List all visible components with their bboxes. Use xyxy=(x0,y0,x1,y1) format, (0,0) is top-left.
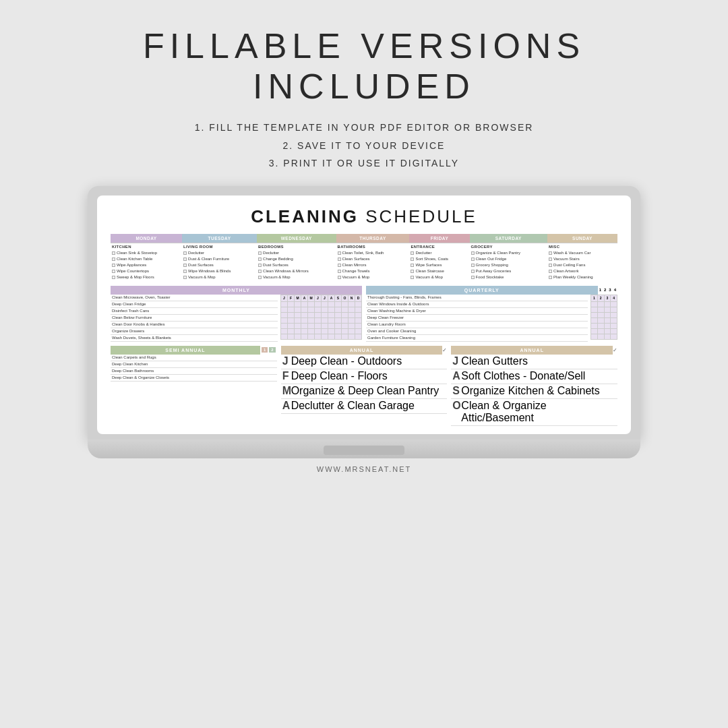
task-tue-3: Dust Surfaces xyxy=(182,262,257,268)
monthly-item-2: Disinfect Trash Cans xyxy=(111,308,278,315)
task-thu-4: Change Towels xyxy=(336,268,410,274)
th-monday: MONDAY xyxy=(111,234,182,243)
task-sun-2: Vacuum Stairs xyxy=(547,256,617,262)
laptop-trackpad xyxy=(324,446,404,455)
monthly-grid-table: JFMAMJ JASOND xyxy=(280,295,362,340)
q-num-3: 3 xyxy=(609,288,611,292)
step-2: 2. SAVE IT TO YOUR DEVICE xyxy=(27,137,701,155)
monthly-item-3: Clean Below Furniture xyxy=(111,315,278,322)
monthly-content: Clean Microwave, Oven, Toaster Deep Clea… xyxy=(111,295,362,342)
quarterly-item-6: Garden Furniture Cleaning xyxy=(366,335,588,342)
quarterly-items: Thorough Dusting - Fans, Blinds, Frames … xyxy=(366,295,588,342)
title-bold: CLEANING xyxy=(251,206,359,226)
quarterly-grid: 1234 xyxy=(590,295,617,342)
th-sunday: SUNDAY xyxy=(547,234,617,243)
annual-left-check: ✓ xyxy=(442,347,447,353)
semi-annual-header-row: SEMI ANNUAL 1 2 xyxy=(111,346,277,355)
task-fri-1: Declutter xyxy=(409,250,469,256)
quarterly-item-5: Oven and Cooker Cleaning xyxy=(366,328,588,335)
annual-left-row-3: A Declutter & Clean Garage xyxy=(281,399,448,414)
step-1: 1. FILL THE TEMPLATE IN YOUR PDF EDITOR … xyxy=(27,119,701,137)
monthly-header: MONTHLY xyxy=(111,286,362,295)
laptop-base xyxy=(88,439,640,458)
task-wed-2: Change Bedding xyxy=(257,256,336,262)
quarterly-content: Thorough Dusting - Fans, Blinds, Frames … xyxy=(366,295,617,342)
title-light: SCHEDULE xyxy=(359,206,477,226)
annual-right-header: ANNUAL xyxy=(451,346,613,355)
cat-grocery: GROCERY xyxy=(470,243,548,250)
task-tue-2: Dust & Clean Furniture xyxy=(182,256,257,262)
annual-right-header-row: ANNUAL ✓ xyxy=(451,346,617,355)
laptop-wrapper: CLEANING SCHEDULE MONDAY TUESDAY WEDNESD… xyxy=(88,186,640,458)
task-thu-1: Clean Toilet, Sink, Bath xyxy=(336,250,410,256)
monthly-item-4: Clean Door Knobs & Handles xyxy=(111,322,278,328)
cat-bedrooms: BEDROOMS xyxy=(257,243,336,250)
footer-url: WWW.MRSNEAT.NET xyxy=(317,465,411,473)
task-sat-2: Clean Out Fridge xyxy=(470,256,548,262)
monthly-item-1: Deep Clean Fridge xyxy=(111,301,278,308)
task-sat-1: Organize & Clean Pantry xyxy=(470,250,548,256)
semi-num-2: 2 xyxy=(269,347,275,353)
weekly-table: MONDAY TUESDAY WEDNESDAY THURSDAY FRIDAY… xyxy=(111,234,617,280)
annual-left-row-1: F Deep Clean - Floors xyxy=(281,369,448,384)
step-3: 3. PRINT IT OR USE IT DIGITALLY xyxy=(27,154,701,173)
annual-right-check: ✓ xyxy=(613,347,617,353)
task-thu-3: Clean Mirrors xyxy=(336,262,410,268)
th-tuesday: TUESDAY xyxy=(182,234,257,243)
quarterly-header: QUARTERLY xyxy=(366,286,598,295)
annual-right-row-0: J Clean Gutters xyxy=(451,355,617,369)
task-thu-5: Vacuum & Mop xyxy=(336,274,410,280)
task-sun-4: Clean Artwork xyxy=(547,268,617,274)
task-tue-1: Declutter xyxy=(182,250,257,256)
task-fri-5: Vacuum & Mop xyxy=(409,274,469,280)
q-num-1: 1 xyxy=(599,288,601,292)
annual-right-row-3: O Clean & Organize Attic/Basement xyxy=(451,399,617,426)
task-thu-2: Clean Surfaces xyxy=(336,256,410,262)
annual-right-section: ANNUAL ✓ J Clean Gutters A Soft Clothes … xyxy=(451,346,617,426)
task-sun-3: Dust Ceiling Fans xyxy=(547,262,617,268)
bottom-sections: SEMI ANNUAL 1 2 Clean Carpets and Rugs D… xyxy=(111,346,617,426)
task-sat-5: Food Stocktake xyxy=(470,274,548,280)
monthly-item-0: Clean Microwave, Oven, Toaster xyxy=(111,295,278,301)
monthly-item-6: Wash Duvets, Sheets & Blankets xyxy=(111,335,278,342)
cat-living: LIVING ROOM xyxy=(182,243,257,250)
task-wed-1: Declutter xyxy=(257,250,336,256)
monthly-items: Clean Microwave, Oven, Toaster Deep Clea… xyxy=(111,295,278,342)
q-num-4: 4 xyxy=(614,288,616,292)
task-sun-1: Wash & Vacuum Car xyxy=(547,250,617,256)
task-tue-4: Wipe Windows & Blinds xyxy=(182,268,257,274)
quarterly-item-0: Thorough Dusting - Fans, Blinds, Frames xyxy=(366,295,588,301)
semi-item-3: Deep Clean & Organize Closets xyxy=(111,375,277,382)
laptop-screen-outer: CLEANING SCHEDULE MONDAY TUESDAY WEDNESD… xyxy=(88,186,640,439)
monthly-grid: JFMAMJ JASOND xyxy=(280,295,362,342)
quarterly-item-1: Clean Windows Inside & Outdoors xyxy=(366,301,588,308)
th-friday: FRIDAY xyxy=(409,234,469,243)
task-sat-4: Put Away Groceries xyxy=(470,268,548,274)
quarterly-item-2: Clean Washing Machine & Dryer xyxy=(366,308,588,315)
quarterly-header-row: QUARTERLY 1 2 3 4 xyxy=(366,286,617,295)
task-fri-3: Wipe Surfaces xyxy=(409,262,469,268)
task-wed-5: Vacuum & Mop xyxy=(257,274,336,280)
annual-left-row-2: M Organize & Deep Clean Pantry xyxy=(281,384,448,399)
annual-left-header: ANNUAL xyxy=(281,346,443,355)
q-num-2: 2 xyxy=(604,288,606,292)
annual-left-section: ANNUAL ✓ J Deep Clean - Outdoors F Deep … xyxy=(281,346,448,426)
cat-misc: MISC xyxy=(547,243,617,250)
semi-item-1: Deep Clean Kitchen xyxy=(111,361,277,368)
th-wednesday: WEDNESDAY xyxy=(257,234,336,243)
top-section: FILLABLE VERSIONS INCLUDED 1. FILL THE T… xyxy=(0,0,728,186)
semi-num-1: 1 xyxy=(262,347,268,353)
task-fri-2: Sort Shoes, Coats xyxy=(409,256,469,262)
quarterly-item-4: Clean Laundry Room xyxy=(366,322,588,328)
laptop-screen-inner: CLEANING SCHEDULE MONDAY TUESDAY WEDNESD… xyxy=(97,195,631,434)
semi-item-0: Clean Carpets and Rugs xyxy=(111,355,277,361)
main-title: FILLABLE VERSIONS INCLUDED xyxy=(27,26,701,107)
task-mon-5: Sweep & Mop Floors xyxy=(111,274,182,280)
monthly-item-5: Organize Drawers xyxy=(111,328,278,335)
semi-annual-header: SEMI ANNUAL xyxy=(111,346,260,355)
cat-kitchen: KITCHEN xyxy=(111,243,182,250)
schedule-title: CLEANING SCHEDULE xyxy=(111,206,617,227)
annual-left-row-0: J Deep Clean - Outdoors xyxy=(281,355,448,369)
th-thursday: THURSDAY xyxy=(336,234,410,243)
task-mon-2: Clean Kitchen Table xyxy=(111,256,182,262)
